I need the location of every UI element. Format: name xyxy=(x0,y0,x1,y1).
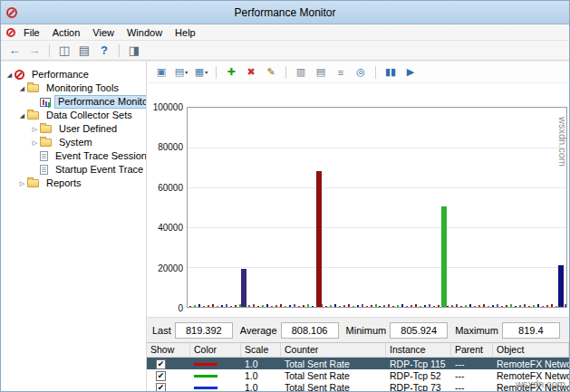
expander-expanded-icon[interactable]: ◢ xyxy=(17,85,27,92)
baseline-bar xyxy=(212,304,214,307)
forward-arrow-button[interactable]: → xyxy=(25,43,43,59)
baseline-bar xyxy=(375,304,377,307)
help-button[interactable]: ? xyxy=(95,43,113,59)
baseline-bar xyxy=(469,304,471,307)
tree-item-label: Performance xyxy=(28,68,92,81)
change-graph-type-button[interactable]: ▦▾ xyxy=(192,64,210,81)
copy-properties-button[interactable]: ▥ xyxy=(292,64,310,81)
gridline xyxy=(188,187,566,188)
expander-expanded-icon[interactable]: ◢ xyxy=(17,112,27,120)
column-header-instance[interactable]: Instance xyxy=(386,343,451,357)
baseline-bar xyxy=(483,304,485,307)
scale-cell: 1.0 xyxy=(241,370,281,381)
baseline-bar xyxy=(478,305,480,307)
folder-icon xyxy=(40,125,52,133)
column-header-color[interactable]: Color xyxy=(190,343,241,357)
column-header-show[interactable]: Show xyxy=(147,343,190,357)
table-row[interactable]: ✔1.0Total Sent RateRDP-Tcp 73---RemoteFX… xyxy=(147,381,569,391)
tree-item-reports[interactable]: ▷Reports xyxy=(1,177,146,190)
instance-cell: RDP-Tcp 73 xyxy=(386,382,451,392)
tree-item-event-trace-sessions[interactable]: Event Trace Sessions xyxy=(1,149,146,163)
table-row[interactable]: ✔1.0Total Sent RateRDP-Tcp 115---RemoteF… xyxy=(147,358,569,369)
baseline-bar xyxy=(253,304,255,307)
baseline-bar xyxy=(420,306,421,307)
baseline-bar xyxy=(383,305,385,307)
table-row[interactable]: ✔1.0Total Sent RateRDP-Tcp 52---RemoteFX… xyxy=(147,369,569,381)
performance-icon xyxy=(14,70,24,80)
show-checkbox[interactable]: ✔ xyxy=(156,371,166,381)
baseline-bar xyxy=(280,304,282,307)
folder-icon xyxy=(40,139,52,147)
baseline-bar xyxy=(289,305,291,307)
stat-label-minimum: Minimum xyxy=(346,325,387,336)
show-checkbox[interactable]: ✔ xyxy=(156,359,166,369)
menu-file[interactable]: File xyxy=(17,24,46,41)
stat-value-last: 819.392 xyxy=(175,322,233,339)
perfmon-icon xyxy=(6,7,17,18)
change-graph-type-icon: ▦ xyxy=(195,66,204,78)
counter-cell: Total Sent Rate xyxy=(281,370,386,381)
scale-cell: 1.0 xyxy=(241,359,281,369)
baseline-bar xyxy=(406,306,408,307)
export-list-button[interactable]: ▤ xyxy=(75,43,93,59)
tree-item-user-defined[interactable]: ▷User Defined xyxy=(1,122,146,136)
doc-icon xyxy=(40,151,48,161)
stat-label-last: Last xyxy=(152,325,171,336)
menu-action[interactable]: Action xyxy=(46,24,87,41)
export-list-icon: ▤ xyxy=(79,43,90,57)
back-arrow-button[interactable]: ← xyxy=(5,43,24,59)
paste-counter-list-icon: ▤ xyxy=(316,66,325,78)
color-swatch xyxy=(194,363,217,366)
paste-counter-list-button[interactable]: ▤ xyxy=(312,64,330,81)
expander-collapsed-icon[interactable]: ▷ xyxy=(30,139,40,147)
expander-collapsed-icon[interactable]: ▷ xyxy=(17,180,27,187)
properties-button[interactable]: ≡ xyxy=(332,64,350,81)
update-data-button[interactable]: ▶ xyxy=(401,64,420,81)
column-header-parent[interactable]: Parent xyxy=(451,343,493,357)
chart-y-axis: 100000800006000040000200000 xyxy=(149,107,187,308)
baseline-bar xyxy=(415,304,417,307)
add-counter-icon: ✚ xyxy=(227,66,235,78)
view-log-data-button[interactable]: ▤▾ xyxy=(172,64,190,81)
baseline-bar xyxy=(248,305,250,307)
expander-expanded-icon[interactable]: ◢ xyxy=(5,72,14,79)
tree-item-label: Reports xyxy=(43,177,85,190)
delete-counter-button[interactable]: ✖ xyxy=(242,64,260,81)
menu-window[interactable]: Window xyxy=(121,24,169,41)
tree-item-system[interactable]: ▷System xyxy=(1,136,146,149)
title-bar[interactable]: Performance Monitor xyxy=(1,1,569,24)
freeze-display-button[interactable]: ▮▮ xyxy=(382,64,400,81)
object-cell: RemoteFX Network xyxy=(493,382,569,392)
add-counter-button[interactable]: ✚ xyxy=(222,64,240,81)
baseline-bar xyxy=(217,306,218,307)
tree-item-data-collector-sets[interactable]: ◢Data Collector Sets xyxy=(1,109,146,122)
baseline-bar xyxy=(411,305,412,307)
y-tick-label: 0 xyxy=(178,303,183,313)
tree-item-monitoring-tools[interactable]: ◢Monitoring Tools xyxy=(1,81,146,95)
column-header-scale[interactable]: Scale xyxy=(241,343,281,357)
zoom-button[interactable]: ◎ xyxy=(352,64,370,81)
column-header-counter[interactable]: Counter xyxy=(281,343,386,357)
show-console-tree-button[interactable]: ◫ xyxy=(55,43,73,59)
folder-icon xyxy=(27,84,39,92)
show-action-pane-button[interactable]: ◨ xyxy=(125,43,143,59)
y-tick-label: 40000 xyxy=(158,223,183,233)
baseline-bar xyxy=(348,304,350,307)
baseline-bar xyxy=(303,305,304,307)
tree-item-performance[interactable]: ◢Performance xyxy=(1,68,146,81)
highlight-button[interactable]: ✎ xyxy=(262,64,280,81)
menu-help[interactable]: Help xyxy=(169,24,202,41)
expander-collapsed-icon[interactable]: ▷ xyxy=(30,126,40,133)
baseline-bar xyxy=(447,306,449,307)
chevron-down-icon: ▾ xyxy=(185,69,188,75)
column-header-object[interactable]: Object xyxy=(493,343,569,357)
tree-item-startup-event-trace-ses[interactable]: Startup Event Trace Ses xyxy=(1,163,146,177)
baseline-bar xyxy=(371,305,372,307)
gridline xyxy=(188,227,566,228)
show-checkbox[interactable]: ✔ xyxy=(156,383,166,391)
view-current-activity-button[interactable]: ▣ xyxy=(152,64,170,81)
instance-cell: RDP-Tcp 115 xyxy=(386,359,451,369)
tree-item-performance-monitor[interactable]: Performance Monitor xyxy=(1,95,146,109)
menu-view[interactable]: View xyxy=(86,24,121,41)
chart-plot[interactable] xyxy=(187,107,567,308)
